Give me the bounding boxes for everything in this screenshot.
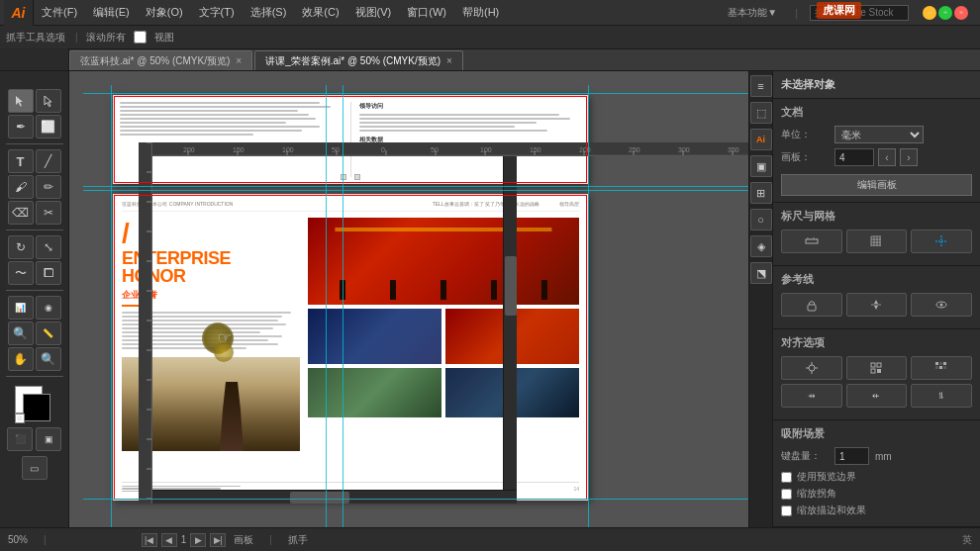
layers-icon[interactable]: ⬚ (750, 102, 772, 124)
menu-effect[interactable]: 效果(C) (294, 0, 346, 25)
direct-selection-tool[interactable] (36, 89, 61, 113)
snap-corners-checkbox[interactable] (781, 489, 792, 500)
page1-divider (350, 102, 351, 177)
line-tool[interactable]: ╱ (36, 149, 61, 173)
menu-object[interactable]: 对象(O) (138, 0, 191, 25)
unit-select[interactable]: 毫米 像素 点 厘米 (834, 126, 924, 143)
vscroll-thumb[interactable] (505, 256, 517, 316)
shape-tool[interactable]: ⬜ (36, 115, 61, 138)
show-rulers-btn[interactable] (781, 230, 842, 253)
graph-tool[interactable]: 📊 (8, 296, 34, 320)
scroll-all-checkbox[interactable] (134, 31, 147, 44)
show-guides-btn[interactable] (911, 230, 972, 253)
tab-1-close[interactable]: × (236, 55, 242, 66)
artboard-label: 画板 (234, 533, 253, 547)
guides-icons (781, 293, 972, 317)
properties-icon[interactable]: ≡ (750, 75, 772, 97)
vertical-scrollbar[interactable] (503, 156, 517, 490)
use-preview-bounds-checkbox[interactable] (781, 472, 792, 483)
scale-tool[interactable]: ⤡ (36, 235, 61, 259)
snap-pixel-btn[interactable] (911, 356, 972, 380)
menu-view[interactable]: 视图(V) (347, 0, 400, 25)
minimize-button[interactable]: – (923, 6, 936, 20)
foreground-color-swatch[interactable] (23, 394, 50, 421)
cc-libraries-icon[interactable]: Ai (750, 129, 772, 150)
show-grid-btn[interactable] (846, 230, 908, 253)
hand-tool[interactable]: ✋ (8, 347, 34, 371)
next-page-btn[interactable]: ▶ (190, 533, 206, 547)
gap-input[interactable] (834, 447, 869, 465)
menu-window[interactable]: 窗口(W) (399, 0, 454, 25)
eraser-tool[interactable]: ⌫ (8, 201, 34, 225)
svg-text:200: 200 (579, 146, 591, 153)
symbol-tool[interactable]: ◉ (36, 296, 61, 320)
artboard-input[interactable] (834, 148, 874, 166)
screen-mode-btn[interactable]: ▭ (22, 456, 48, 480)
prev-page-btn[interactable]: ◀ (161, 533, 177, 547)
canvas-area[interactable]: // Ticks at intervals (69, 71, 748, 527)
svg-rect-77 (877, 369, 881, 373)
free-transform-tool[interactable]: ⧠ (36, 261, 61, 285)
paintbrush-tool[interactable]: 🖌 (8, 175, 34, 199)
rotate-tool[interactable]: ↻ (8, 235, 34, 259)
person-5 (541, 280, 547, 300)
align-art-btn[interactable]: ⇸ (781, 384, 842, 408)
align-selection-btn[interactable]: ⇷ (846, 384, 908, 408)
maximize-button[interactable]: + (938, 6, 952, 20)
gradient-btn[interactable]: ▣ (36, 427, 61, 451)
transform-icon[interactable]: ⬔ (750, 262, 772, 284)
svg-rect-82 (939, 366, 942, 369)
tab-1[interactable]: 弦蓝科技.ai* @ 50% (CMYK/预览) × (69, 50, 252, 70)
artboard-next-btn[interactable]: › (900, 148, 918, 166)
horizontal-scrollbar[interactable] (139, 490, 517, 504)
smart-guides-btn[interactable] (846, 293, 908, 317)
warp-tool[interactable]: 〜 (8, 261, 34, 285)
blob-brush-tool[interactable]: ✏ (36, 175, 61, 199)
svg-rect-74 (871, 363, 875, 367)
snap-point-icon (805, 361, 819, 375)
menu-text[interactable]: 文字(T) (191, 0, 243, 25)
color-icon[interactable]: ▣ (750, 155, 772, 177)
page1-line-9 (120, 134, 253, 136)
menu-select[interactable]: 选择(S) (243, 0, 295, 25)
first-page-btn[interactable]: |◀ (142, 533, 157, 547)
page1-dots: ▶ ◀ (341, 174, 360, 180)
eyedropper-tool[interactable]: 🔍 (8, 321, 34, 345)
artboard-prev-btn[interactable]: ‹ (878, 148, 896, 166)
type-tool[interactable]: T (8, 149, 34, 173)
menu-file[interactable]: 文件(F) (34, 0, 85, 25)
tools-divider-3 (6, 290, 63, 291)
r-line-4 (359, 126, 515, 128)
stroke-icon[interactable]: ○ (750, 209, 772, 230)
zoom-tool[interactable]: 🔍 (36, 347, 61, 371)
edit-artboard-button[interactable]: 编辑画板 (781, 174, 972, 196)
page1-right-col: 领导访问 相关数据 (359, 102, 582, 177)
scissors-tool[interactable]: ✂ (36, 201, 61, 225)
snap-point-btn[interactable] (781, 356, 842, 380)
hide-guides-btn[interactable] (911, 293, 972, 317)
hand-cursor-indicator: ☞ (218, 328, 232, 347)
close-button[interactable]: × (954, 6, 968, 20)
appearance-icon[interactable]: ◈ (750, 235, 772, 257)
measure-tool[interactable]: 📏 (36, 321, 61, 345)
selection-tool[interactable] (8, 89, 34, 113)
tab-2[interactable]: 讲课_荣誉案例.ai* @ 50% (CMYK/预览) × (254, 50, 463, 70)
menu-help[interactable]: 帮助(H) (454, 0, 507, 25)
none-color[interactable]: ⊘ (15, 413, 25, 423)
tab-2-close[interactable]: × (446, 55, 452, 66)
color-mode-btn[interactable]: ⬛ (7, 427, 33, 451)
swatches-icon[interactable]: ⊞ (750, 182, 772, 204)
hscroll-thumb[interactable] (290, 492, 349, 504)
rules-grids-section: 标尺与网格 (773, 203, 980, 266)
color-swatch[interactable]: ⊘ (15, 386, 54, 419)
align-key-object-btn[interactable]: ⥮ (911, 384, 972, 408)
current-page: 1 (181, 534, 187, 545)
pen-tool[interactable]: ✒ (8, 115, 34, 138)
snap-grid-btn[interactable] (846, 356, 908, 380)
img-ceremony-people (318, 280, 569, 300)
scale-effects-checkbox[interactable] (781, 505, 792, 516)
lock-guides-btn[interactable] (781, 293, 842, 317)
last-page-btn[interactable]: ▶| (210, 533, 226, 547)
menu-edit[interactable]: 编辑(E) (85, 0, 138, 25)
workspace-selector[interactable]: 基本功能▼ (722, 6, 783, 20)
